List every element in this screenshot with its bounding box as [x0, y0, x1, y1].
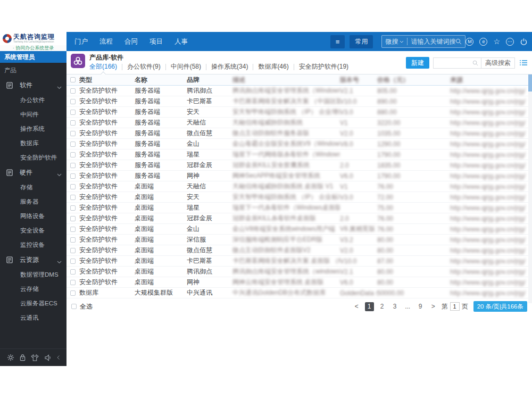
message-icon[interactable]: M	[466, 38, 473, 46]
row-checkbox[interactable]	[70, 173, 76, 179]
row-checkbox[interactable]	[70, 142, 76, 147]
row-checkbox[interactable]	[70, 216, 76, 221]
global-search[interactable]: 微搜 请输入关键词搜	[381, 35, 466, 48]
sidebar-section-product[interactable]: 产品	[0, 63, 66, 78]
row-checkbox[interactable]	[70, 280, 76, 285]
sidebar-group-硬件[interactable]: 硬件	[0, 165, 66, 180]
theme-icon[interactable]	[31, 354, 39, 361]
power-icon[interactable]	[520, 38, 528, 46]
nav-item-合同[interactable]: 合同	[119, 37, 144, 46]
table-row[interactable]: 安全防护软件桌面端深信服深信服终端检测响应平台EDR版V3.280.00http…	[66, 235, 532, 245]
list-view-icon[interactable]	[520, 60, 527, 66]
sidebar-item-云服务器ECS[interactable]: 云服务器ECS	[0, 296, 66, 311]
advanced-search-button[interactable]: 高级搜索	[481, 57, 515, 69]
table-row[interactable]: 数据库大规模集群版中兴通讯中兴通讯GoldenDB分布式数据库GoldenDat…	[66, 288, 532, 298]
table-row[interactable]: 安全防护软件服务器端腾讯御点腾讯御点终端安全管理系统（Windows版）V2.1…	[66, 86, 532, 96]
tab-办公软件(9)[interactable]: 办公软件(9)	[127, 62, 161, 71]
table-row[interactable]: 安全防护软件服务器端冠群金辰冠群金辰KILL安全胶囊系统2.01835.00ht…	[66, 160, 532, 171]
page-button-9[interactable]: 9	[416, 302, 425, 311]
next-page-button[interactable]: >	[429, 302, 438, 311]
sidebar-item-存储[interactable]: 存储	[0, 180, 66, 195]
sidebar-item-操作系统[interactable]: 操作系统	[0, 122, 66, 136]
table-row[interactable]: 安全防护软件桌面端金山金山V8终端安全系统windows用户端V8.翼精英版76…	[66, 224, 532, 235]
sidebar-item-网络设备[interactable]: 网络设备	[0, 209, 66, 223]
sidebar-group-软件[interactable]: 软件	[0, 78, 66, 93]
row-checkbox[interactable]	[70, 195, 76, 200]
page-size-button[interactable]: 20 条/页|共166条	[473, 301, 527, 312]
sidebar-group-云资源[interactable]: 云资源	[0, 252, 66, 268]
select-all[interactable]: 全选	[71, 302, 93, 311]
table-row[interactable]: 安全防护软件桌面端卡巴斯基卡巴斯基网络安全解决方案 桌面版 （KES 10）V1…	[66, 256, 532, 267]
search-icon[interactable]	[455, 38, 462, 45]
sidebar-item-数据库[interactable]: 数据库	[0, 136, 66, 151]
row-checkbox[interactable]	[70, 163, 76, 168]
table-row[interactable]: 安全防护软件桌面端腾讯御点腾讯御点终端安全管理系统（windows版）V2.1V…	[66, 267, 532, 277]
prev-page-button[interactable]: <	[352, 302, 361, 311]
table-row[interactable]: 安全防护软件服务器端网神网神SecAPP终端安全管理系统V6.01790.00h…	[66, 171, 532, 181]
table-row[interactable]: 安全防护软件服务器端卡巴斯基卡巴斯基网络安全解决方案 （中国区版本）KESSV1…	[66, 96, 532, 107]
nav-item-人事[interactable]: 人事	[169, 37, 194, 46]
favorite-icon[interactable]: ☆	[493, 38, 500, 45]
page-button-3[interactable]: 3	[390, 302, 400, 311]
sidebar-item-监控设备[interactable]: 监控设备	[0, 238, 66, 252]
row-checkbox[interactable]	[70, 269, 76, 275]
scrollbar-track[interactable]	[528, 74, 532, 303]
row-checkbox[interactable]	[70, 227, 76, 232]
tab-中间件(58)[interactable]: 中间件(58)	[171, 62, 201, 71]
table-row[interactable]: 安全防护软件服务器端瑞星瑞星下一代网络版杀毒软件（Windows服务器）1790…	[66, 149, 532, 160]
table-row[interactable]: 安全防护软件服务器端微点佰慧微点主动防御软件服务器版V2.01035.00htt…	[66, 128, 532, 139]
table-row[interactable]: 安全防护软件服务器端金山金山毒霸企业版安全系统V9（Windows服务器版）V8…	[66, 139, 532, 149]
sidebar-item-云存储[interactable]: 云存储	[0, 282, 66, 296]
menu-toggle-button[interactable]: ≡	[330, 35, 345, 48]
sidebar-item-中间件[interactable]: 中间件	[0, 107, 66, 122]
table-row[interactable]: 安全防护软件桌面端瑞星瑞星下一代杀毒软件（Windows桌面版）75.00htt…	[66, 203, 532, 213]
table-search-input[interactable]	[433, 57, 481, 69]
row-checkbox[interactable]	[70, 110, 76, 115]
row-checkbox[interactable]	[70, 152, 76, 157]
table-row[interactable]: 安全防护软件桌面端微点佰慧微点主动防御软件桌面版V2V2.080.00http:…	[66, 245, 532, 256]
nav-item-流程[interactable]: 流程	[94, 37, 119, 46]
collab-login-link[interactable]: · 协同办公系统登录	[0, 45, 66, 51]
quick-access-button[interactable]: 常用	[350, 35, 373, 48]
row-checkbox[interactable]	[70, 248, 76, 253]
nav-item-门户[interactable]: 门户	[69, 37, 94, 46]
sidebar-item-办公软件[interactable]: 办公软件	[0, 93, 66, 107]
tab-全部(166)[interactable]: 全部(166)	[89, 62, 117, 71]
table-row[interactable]: 安全防护软件桌面端网神网神云终端安全管理系统 桌面版V6.080.00http:…	[66, 277, 532, 288]
tab-操作系统(34)[interactable]: 操作系统(34)	[211, 62, 248, 71]
sidebar-item-安全设备[interactable]: 安全设备	[0, 223, 66, 238]
row-checkbox[interactable]	[70, 205, 76, 211]
search-scope-dropdown[interactable]: 微搜	[385, 37, 404, 46]
new-button[interactable]: 新建	[406, 57, 429, 69]
sidebar-item-服务器[interactable]: 服务器	[0, 195, 66, 209]
table-row[interactable]: 安全防护软件桌面端天融信天融信终端威胁防御系统 桌面版 V1V176.00htt…	[66, 181, 532, 192]
table-row[interactable]: 安全防护软件桌面端安天安天智甲终端防御系统 （IP） 企业标准版V3.072.0…	[66, 192, 532, 203]
table-row[interactable]: 安全防护软件服务器端天融信天融信终端威胁防御系统V13220.00http://…	[66, 118, 532, 128]
row-checkbox[interactable]	[70, 184, 76, 189]
row-checkbox[interactable]	[70, 120, 76, 126]
scrollbar-thumb[interactable]	[528, 74, 532, 92]
nav-item-项目[interactable]: 项目	[144, 37, 169, 46]
row-checkbox[interactable]	[70, 259, 76, 264]
sidebar-item-数据管理DMS[interactable]: 数据管理DMS	[0, 268, 66, 282]
header-checkbox[interactable]	[70, 77, 76, 82]
speaker-icon[interactable]	[44, 354, 52, 361]
sidebar-item-云通讯[interactable]: 云通讯	[0, 311, 66, 325]
lock-icon[interactable]	[19, 354, 26, 361]
row-checkbox[interactable]	[70, 88, 76, 94]
select-all-checkbox[interactable]	[71, 304, 77, 309]
page-button-...[interactable]: ...	[403, 302, 412, 311]
row-checkbox[interactable]	[70, 237, 76, 243]
settings-icon[interactable]	[7, 354, 14, 361]
service-icon[interactable]: e	[479, 38, 487, 46]
page-jump-input[interactable]: 1	[450, 302, 460, 311]
collapse-icon[interactable]	[57, 355, 60, 360]
table-row[interactable]: 安全防护软件服务器端安天安天智甲终端防御系统 （IP） 企业增强版V3.0880…	[66, 107, 532, 118]
row-checkbox[interactable]	[70, 290, 76, 296]
table-row[interactable]: 安全防护软件桌面端冠群金辰冠群金辰KILL杀毒软件桌面版2.076.00http…	[66, 213, 532, 224]
more-icon[interactable]: ⋯	[506, 38, 514, 46]
page-button-2[interactable]: 2	[378, 302, 387, 311]
tab-数据库(46)[interactable]: 数据库(46)	[258, 62, 288, 71]
page-button-1[interactable]: 1	[365, 302, 374, 311]
search-input[interactable]: 请输入关键词搜	[411, 37, 455, 46]
